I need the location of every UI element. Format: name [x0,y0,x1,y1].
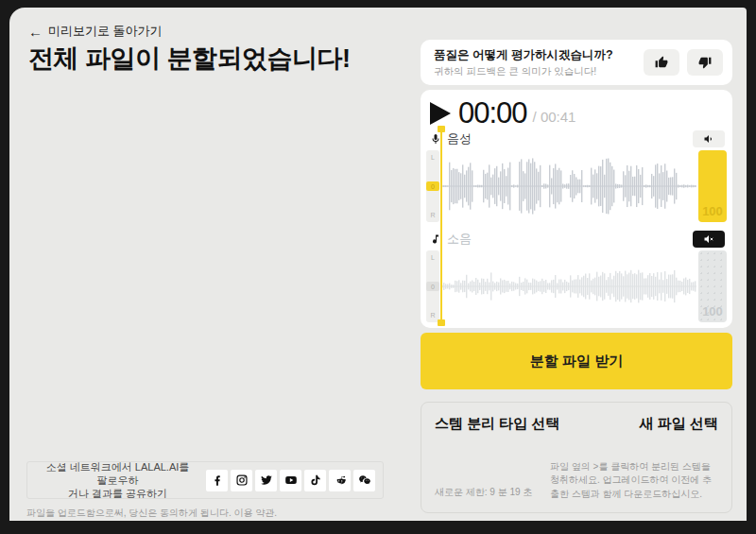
track-noise-name: 소음 [447,231,472,248]
track-noise-pan-slider[interactable]: L 0 R [426,250,439,322]
track-noise: 소음 L 0 R 100 [426,230,727,322]
track-voice: 음성 L 0 R 100 [426,129,727,222]
options-card: 스템 분리 타입 선택 새 파일 선택 새로운 제한: 9 분 19 초 파일 … [421,402,732,513]
player-header: 00:00 / 00:41 [430,97,727,129]
track-noise-volume-value: 100 [698,304,727,319]
thumbs-down-button[interactable] [687,49,723,76]
pan-left-label: L [426,154,439,161]
track-voice-label-row: 음성 [426,129,727,148]
current-time: 00:00 [458,96,527,130]
social-share-text: 소셜 네트워크에서 LALAL.AI를 팔로우하 거나 결과를 공유하기 [41,460,195,501]
youtube-button[interactable] [280,470,301,491]
speaker-muted-icon [703,233,714,245]
track-voice-mute-button[interactable] [693,130,725,147]
social-icons-row [206,470,375,491]
playhead-bottom-handle[interactable] [438,319,445,326]
track-voice-waveform[interactable] [441,150,696,222]
wechat-icon [358,474,371,487]
social-text-line2: 거나 결과를 공유하기 [68,488,167,499]
back-arrow-icon: ← [28,25,43,39]
feedback-subtitle: 귀하의 피드백은 큰 의미가 있습니다! [434,65,636,78]
social-share-box: 소셜 네트워크에서 LALAL.AI를 팔로우하 거나 결과를 공유하기 [26,461,384,499]
pan-right-label: R [426,212,439,218]
track-noise-pan-handle[interactable]: 0 [426,282,439,291]
thumbs-up-icon [655,56,668,69]
social-text-line1: 소셜 네트워크에서 LALAL.AI를 팔로우하 [46,461,190,486]
track-voice-body: L 0 R 100 [426,150,727,222]
instagram-button[interactable] [231,470,252,491]
terms-link[interactable]: 이용 약관. [233,508,277,518]
playhead-top-handle[interactable] [438,126,445,132]
page-title: 전체 파일이 분할되었습니다! [28,42,351,76]
app-page: ← 미리보기로 돌아가기 전체 파일이 분할되었습니다! 품질은 어떻게 평가하… [9,8,747,521]
voice-waveform-svg [441,151,696,221]
audio-player-card: 00:00 / 00:41 음성 L 0 R [421,90,732,328]
play-icon [430,102,451,125]
stem-type-select-title[interactable]: 스템 분리 타입 선택 [435,415,560,433]
track-voice-volume-value: 100 [698,204,727,218]
back-link-label: 미리보기로 돌아가기 [48,23,163,40]
twitter-button[interactable] [255,470,277,491]
track-noise-volume-slider[interactable]: 100 [698,250,727,322]
tiktok-icon [309,474,322,487]
track-voice-pan-slider[interactable]: L 0 R [426,150,439,222]
stems-hint-text: 파일 옆의 >를 클릭하여 분리된 스템을 청취하세요. 업그레이드하여 이전에… [550,460,718,502]
thumbs-down-icon [698,56,712,69]
facebook-button[interactable] [206,470,228,491]
facebook-icon [211,474,224,487]
noise-waveform-svg [441,251,696,321]
track-voice-name: 음성 [447,130,472,147]
select-new-file-link[interactable]: 새 파일 선택 [640,415,718,433]
tiktok-button[interactable] [304,470,326,491]
terms-text: 파일을 업로드함으로써, 당신은 동의하게 됩니다. [26,508,232,518]
play-button[interactable] [430,101,455,126]
browser-frame: ← 미리보기로 돌아가기 전체 파일이 분할되었습니다! 품질은 어떻게 평가하… [0,0,756,534]
feedback-question: 품질은 어떻게 평가하시겠습니까? [434,47,636,63]
twitter-icon [260,474,273,487]
total-time: / 00:41 [533,109,576,125]
track-voice-pan-handle[interactable]: 0 [426,181,439,191]
wechat-button[interactable] [353,470,375,491]
track-noise-waveform[interactable] [441,250,696,322]
track-noise-label-row: 소음 [426,230,727,249]
back-to-preview-link[interactable]: ← 미리보기로 돌아가기 [28,23,163,40]
track-noise-mute-button[interactable] [693,231,725,248]
feedback-texts: 품질은 어떻게 평가하시겠습니까? 귀하의 피드백은 큰 의미가 있습니다! [434,47,636,78]
thumbs-up-button[interactable] [644,49,679,76]
track-noise-body: L 0 R 100 [426,250,727,322]
instagram-icon [235,474,249,487]
reddit-button[interactable] [329,470,351,491]
reddit-icon [334,474,347,487]
pan-right-label: R [426,312,439,319]
terms-footer: 파일을 업로드함으로써, 당신은 동의하게 됩니다. 이용 약관. [26,507,277,520]
speaker-icon [703,133,714,145]
pan-left-label: L [426,254,439,261]
youtube-icon [284,474,298,487]
feedback-card: 품질은 어떻게 평가하시겠습니까? 귀하의 피드백은 큰 의미가 있습니다! [421,40,732,85]
download-split-files-button[interactable]: 분할 파일 받기 [421,333,732,389]
playhead[interactable] [440,131,442,320]
limit-remaining-text: 새로운 제한: 9 분 19 초 [435,486,532,499]
track-voice-volume-slider[interactable]: 100 [698,150,727,222]
